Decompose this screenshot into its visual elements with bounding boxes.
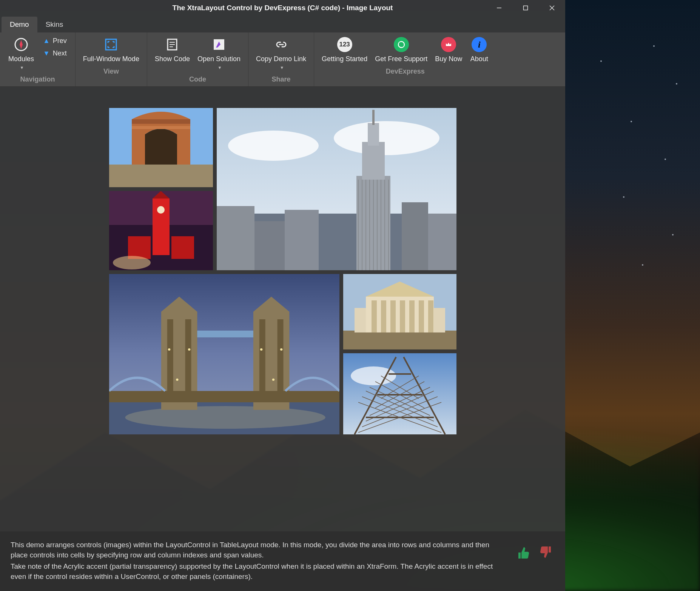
svg-rect-57 [277, 319, 283, 402]
svg-point-64 [176, 379, 178, 381]
svg-rect-6 [106, 39, 116, 50]
modules-label: Modules [8, 55, 34, 63]
svg-rect-31 [285, 210, 319, 270]
tab-skins[interactable]: Skins [37, 17, 71, 32]
svg-rect-14 [109, 165, 213, 187]
chevron-down-icon: ▼ [218, 65, 222, 70]
svg-rect-36 [368, 123, 379, 146]
svg-rect-16 [132, 126, 190, 129]
ribbon-group-share: Copy Demo Link▼ Share [248, 32, 314, 86]
show-code-label: Show Code [155, 55, 190, 63]
svg-rect-74 [409, 300, 415, 332]
thumbs-up-icon [515, 544, 531, 561]
triangle-up-icon: ▲ [43, 37, 50, 45]
svg-point-65 [272, 379, 274, 381]
modules-button[interactable]: Modules▼ [4, 35, 39, 73]
prev-button[interactable]: ▲ Prev [43, 37, 67, 45]
svg-rect-33 [428, 214, 456, 270]
gallery-image-eiffel-tower[interactable] [343, 353, 456, 434]
thumbs-down-icon [538, 544, 555, 561]
svg-rect-22 [128, 236, 151, 259]
open-solution-label: Open Solution [197, 55, 241, 63]
group-label-navigation: Navigation [20, 73, 55, 85]
svg-rect-72 [390, 300, 396, 332]
titlebar[interactable]: The XtraLayout Control by DevExpress (C#… [0, 0, 565, 16]
triangle-down-icon: ▼ [43, 49, 50, 57]
ribbon-group-view: Full-Window Mode View [76, 32, 147, 86]
123-icon: 123 [337, 37, 352, 52]
svg-rect-71 [381, 300, 386, 332]
svg-point-27 [334, 121, 439, 155]
svg-marker-5 [20, 40, 23, 49]
minimize-button[interactable] [486, 0, 512, 16]
code-page-icon [165, 37, 180, 52]
chevron-down-icon: ▼ [280, 65, 284, 70]
content-area [0, 87, 565, 531]
full-window-button[interactable]: Full-Window Mode [79, 35, 143, 65]
svg-rect-58 [197, 331, 253, 337]
copy-link-button[interactable]: Copy Demo Link▼ [252, 35, 310, 73]
next-button[interactable]: ▼ Next [43, 49, 67, 57]
footer-description: This demo arranges controls (images) wit… [11, 540, 507, 583]
footer-bar: This demo arranges controls (images) wit… [0, 531, 565, 591]
gallery-image-tower-bridge[interactable] [109, 274, 339, 434]
svg-rect-77 [355, 308, 366, 332]
getting-started-label: Getting Started [322, 55, 367, 63]
svg-rect-15 [132, 119, 190, 124]
app-window: The XtraLayout Control by DevExpress (C#… [0, 0, 565, 591]
gallery-image-empire-state[interactable] [217, 108, 456, 270]
getting-started-button[interactable]: 123 Getting Started [318, 35, 371, 65]
support-icon [394, 37, 409, 52]
svg-rect-35 [362, 142, 385, 180]
svg-rect-1 [524, 6, 528, 10]
svg-rect-56 [259, 319, 265, 402]
get-support-label: Get Free Support [375, 55, 427, 63]
thumbs-up-button[interactable] [515, 544, 531, 561]
full-window-label: Full-Window Mode [83, 55, 139, 63]
ribbon-group-code: Show Code Open Solution▼ Code [147, 32, 248, 86]
buy-now-button[interactable]: Buy Now [431, 35, 466, 65]
next-label: Next [53, 49, 67, 57]
buy-now-label: Buy Now [435, 55, 462, 63]
close-button[interactable] [539, 0, 565, 16]
ribbon-group-devexpress: 123 Getting Started Get Free Support Buy… [314, 32, 496, 86]
gallery-image-red-clock-tower[interactable] [109, 191, 213, 270]
group-label-code: Code [189, 73, 206, 85]
image-gallery [109, 108, 456, 434]
chevron-down-icon: ▼ [20, 65, 24, 70]
svg-point-61 [188, 348, 190, 351]
svg-rect-37 [372, 110, 375, 125]
svg-rect-78 [434, 308, 445, 332]
open-solution-button[interactable]: Open Solution▼ [194, 35, 244, 73]
gallery-image-arc-de-triomf[interactable] [109, 108, 213, 187]
compass-icon [14, 37, 29, 52]
footer-para-2: Take note of the Acrylic accent (partial… [11, 561, 507, 582]
about-button[interactable]: i About [466, 35, 492, 65]
svg-point-60 [168, 348, 170, 351]
prev-next-stack: ▲ Prev ▼ Next [39, 35, 71, 60]
svg-rect-29 [217, 206, 254, 270]
tab-demo[interactable]: Demo [2, 17, 37, 32]
svg-rect-73 [400, 300, 405, 332]
maximize-button[interactable] [512, 0, 539, 16]
get-support-button[interactable]: Get Free Support [371, 35, 431, 65]
footer-para-1: This demo arranges controls (images) wit… [11, 540, 507, 560]
svg-point-24 [113, 256, 151, 269]
link-icon [274, 37, 289, 52]
svg-point-63 [280, 348, 282, 351]
group-label-share: Share [272, 73, 291, 85]
ribbon-group-navigation: Modules▼ ▲ Prev ▼ Next Navigation [0, 32, 76, 86]
svg-rect-76 [428, 300, 433, 332]
svg-rect-59 [109, 391, 339, 402]
svg-rect-67 [343, 331, 456, 349]
info-icon: i [472, 37, 487, 52]
fullscreen-icon [103, 37, 119, 52]
gallery-image-bolshoi-theatre[interactable] [343, 274, 456, 349]
svg-rect-54 [167, 319, 173, 402]
maximize-icon [523, 5, 528, 11]
svg-rect-55 [185, 319, 191, 402]
thumbs-down-button[interactable] [538, 544, 555, 561]
feedback-controls [515, 540, 555, 561]
minimize-icon [496, 5, 502, 11]
show-code-button[interactable]: Show Code [151, 35, 194, 65]
